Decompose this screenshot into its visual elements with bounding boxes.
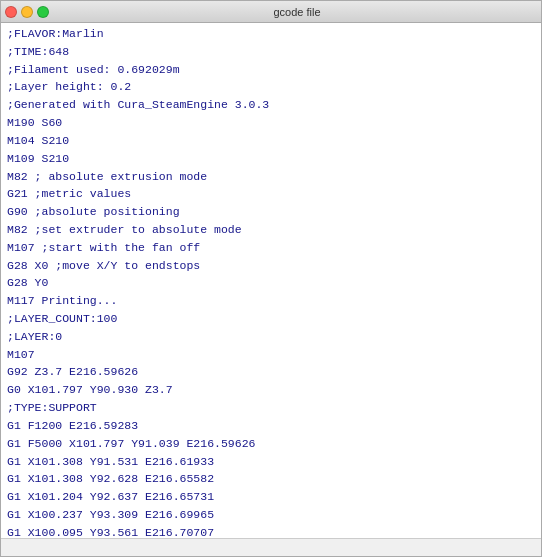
code-line: ;TYPE:SUPPORT [7,399,535,417]
code-line: M107 ;start with the fan off [7,239,535,257]
code-line: G28 X0 ;move X/Y to endstops [7,257,535,275]
code-line: G1 X101.308 Y91.531 E216.61933 [7,453,535,471]
main-window: gcode file ;FLAVOR:Marlin;TIME:648;Filam… [0,0,542,557]
code-line: ;TIME:648 [7,43,535,61]
maximize-button[interactable] [37,6,49,18]
code-line: G0 X101.797 Y90.930 Z3.7 [7,381,535,399]
code-line: M107 [7,346,535,364]
code-line: M82 ; absolute extrusion mode [7,168,535,186]
code-line: M82 ;set extruder to absolute mode [7,221,535,239]
statusbar [1,538,541,556]
code-line: G1 X101.308 Y92.628 E216.65582 [7,470,535,488]
code-line: G1 F5000 X101.797 Y91.039 E216.59626 [7,435,535,453]
close-button[interactable] [5,6,17,18]
code-line: M109 S210 [7,150,535,168]
code-line: M104 S210 [7,132,535,150]
code-line: ;FLAVOR:Marlin [7,25,535,43]
code-editor[interactable]: ;FLAVOR:Marlin;TIME:648;Filament used: 0… [1,23,541,538]
code-line: M117 Printing... [7,292,535,310]
code-line: ;LAYER_COUNT:100 [7,310,535,328]
code-line: G90 ;absolute positioning [7,203,535,221]
code-line: G92 Z3.7 E216.59626 [7,363,535,381]
window-title: gcode file [57,6,537,18]
code-line: ;LAYER:0 [7,328,535,346]
code-line: G1 X101.204 Y92.637 E216.65731 [7,488,535,506]
code-line: G1 X100.237 Y93.309 E216.69965 [7,506,535,524]
code-line: G28 Y0 [7,274,535,292]
minimize-button[interactable] [21,6,33,18]
titlebar-buttons [5,6,49,18]
code-line: ;Generated with Cura_SteamEngine 3.0.3 [7,96,535,114]
code-line: M190 S60 [7,114,535,132]
code-line: ;Filament used: 0.692029m [7,61,535,79]
code-line: G1 X100.095 Y93.561 E216.70707 [7,524,535,538]
titlebar: gcode file [1,1,541,23]
code-line: G1 F1200 E216.59283 [7,417,535,435]
code-line: G21 ;metric values [7,185,535,203]
code-line: ;Layer height: 0.2 [7,78,535,96]
